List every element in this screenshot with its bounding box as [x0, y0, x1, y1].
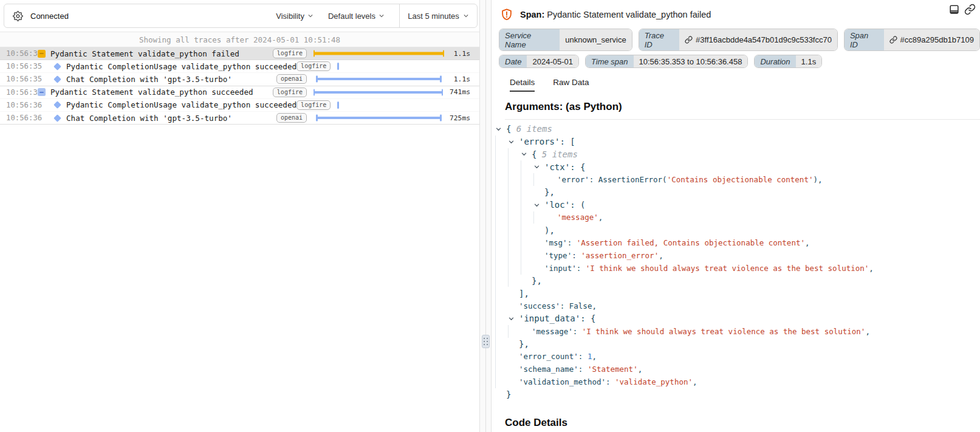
meta-chip-value: unknown_service	[560, 29, 631, 50]
code-details-heading: Code Details	[505, 417, 980, 429]
trace-row[interactable]: 10:56:35Pydantic Statement validate_pyth…	[0, 47, 479, 60]
indent-guide	[495, 249, 508, 262]
span-name: Pydantic CompletionUsage validate_python…	[66, 100, 296, 109]
indent-guide	[508, 325, 521, 338]
collapse-chevron-icon[interactable]	[533, 202, 544, 208]
code-token-str: 'I think we should always treat violence…	[586, 264, 869, 273]
span-header: Span: Pydantic Statement validate_python…	[492, 0, 980, 21]
code-line: 'validation_method': 'validate_python',	[495, 375, 980, 388]
indent-guide	[508, 211, 521, 224]
toolbar: Connected Visibility Default levels Last…	[0, 4, 479, 32]
trace-row[interactable]: 10:56:36Pydantic Statement validate_pyth…	[0, 86, 479, 99]
code-token-items: 6 items	[516, 124, 552, 134]
meta-chip-value[interactable]: #cc89a295db1b7109	[884, 29, 979, 50]
indent-guide	[508, 249, 521, 262]
trace-timestamp: 10:56:35	[0, 62, 34, 70]
span-kind-diamond-icon	[53, 75, 61, 83]
duration-tick	[337, 101, 340, 109]
meta-chip: Time span10:56:35.353 to 10:56:36.458	[585, 55, 748, 68]
bar-end-cap	[440, 76, 442, 83]
code-token-base: 'input':	[544, 264, 586, 273]
collapse-toggle-warning-icon[interactable]	[38, 50, 46, 58]
meta-chip-value[interactable]: #3ff16acbdde4a547b01d9c9c533fcc70	[679, 29, 837, 50]
bar-start-cap	[314, 50, 315, 57]
code-token-base: 'msg':	[544, 238, 577, 247]
duration-label: 741ms	[448, 88, 479, 96]
code-line: 'schema_name': 'Statement',	[495, 363, 980, 375]
indent-guide	[508, 236, 521, 249]
code-token-base: ,	[638, 365, 643, 374]
trace-rows: 10:56:35Pydantic Statement validate_pyth…	[0, 47, 479, 125]
code-line: { 5 items	[495, 148, 980, 161]
collapse-chevron-icon[interactable]	[508, 139, 519, 145]
code-token-base: 'ctx': {	[544, 162, 585, 172]
bar-start-cap	[314, 89, 315, 95]
connection-status: Connected	[30, 12, 69, 21]
duration-bar	[314, 52, 445, 55]
code-token-base: },	[532, 276, 542, 286]
visibility-dropdown[interactable]: Visibility	[276, 12, 314, 21]
duration-bar-track	[334, 99, 471, 111]
indent-guide	[508, 275, 521, 287]
arguments-code-block: { 6 items'errors': [{ 5 items'ctx': {'er…	[505, 119, 980, 401]
default-levels-dropdown[interactable]: Default levels	[328, 12, 385, 21]
indent-guide	[521, 224, 533, 236]
collapse-chevron-icon[interactable]	[508, 315, 519, 322]
duration-bar	[314, 91, 444, 94]
collapse-toggle-icon[interactable]	[38, 88, 46, 96]
meta-chip-text: #3ff16acbdde4a547b01d9c9c533fcc70	[696, 35, 832, 44]
indent-guide	[495, 135, 508, 148]
tab-details[interactable]: Details	[510, 78, 535, 92]
duration-label: 725ms	[448, 114, 479, 122]
trace-row[interactable]: 10:56:35Pydantic CompletionUsage validat…	[0, 60, 479, 73]
panel-resize-handle[interactable]	[482, 335, 490, 348]
time-range-dropdown[interactable]: Last 5 minutes	[399, 4, 477, 27]
code-line: 'input': 'I think we should always treat…	[495, 262, 980, 275]
code-token-base: ,	[865, 327, 870, 336]
indent-guide	[495, 325, 508, 338]
code-line: 'ctx': {	[495, 160, 980, 173]
bar-end-cap	[443, 50, 445, 57]
indent-guide	[508, 173, 521, 186]
indent-guide	[495, 160, 508, 173]
collapse-chevron-icon[interactable]	[533, 163, 544, 170]
meta-chip: Span ID#cc89a295db1b7109	[844, 29, 980, 51]
indent-guide	[508, 199, 521, 211]
meta-chip-text: #cc89a295db1b7109	[900, 35, 974, 44]
panel-layout-icon[interactable]	[948, 4, 960, 15]
trace-row[interactable]: 10:56:36Pydantic CompletionUsage validat…	[0, 99, 479, 112]
collapse-chevron-icon[interactable]	[521, 151, 532, 157]
trace-row[interactable]: 10:56:35Chat Completion with 'gpt-3.5-tu…	[0, 73, 479, 86]
icon-wrap	[53, 102, 61, 108]
code-line: }	[495, 388, 980, 401]
trace-list-panel: Connected Visibility Default levels Last…	[0, 0, 480, 432]
code-token-base: ,	[659, 251, 663, 260]
indent-guide	[495, 224, 508, 236]
duration-label: 1.1s	[448, 50, 479, 58]
code-token-base: ,	[869, 264, 874, 273]
indent-guide	[508, 160, 521, 173]
indent-guide	[521, 160, 533, 173]
scope-badge: logfire	[296, 100, 331, 110]
collapse-chevron-icon[interactable]	[495, 126, 506, 132]
indent-guide	[495, 236, 508, 249]
tab-raw-data[interactable]: Raw Data	[553, 78, 589, 92]
gear-icon[interactable]	[13, 11, 23, 21]
duration-tick	[337, 63, 340, 70]
code-token-base: 'input_data': {	[519, 314, 595, 323]
panel-gutter	[480, 0, 491, 432]
trace-row[interactable]: 10:56:36Chat Completion with 'gpt-3.5-tu…	[0, 112, 479, 125]
code-token-base: 'success': False,	[519, 301, 597, 310]
traces-banner: Showing all traces after 2024-05-01 10:5…	[0, 32, 479, 47]
minus-glyph	[39, 92, 44, 93]
span-meta: Service Nameunknown_serviceTrace ID#3ff1…	[492, 21, 980, 68]
scope-badge: logfire	[273, 87, 307, 97]
permalink-icon[interactable]	[964, 4, 976, 15]
indent-guide	[521, 236, 533, 249]
indent-guide	[533, 211, 546, 224]
code-token-base: 'validation_method':	[519, 377, 615, 386]
code-line: },	[495, 275, 980, 287]
bar-end-cap	[440, 115, 442, 122]
duration-bar-track	[310, 86, 448, 98]
code-token-base: 'error': AssertionError(	[557, 175, 667, 184]
